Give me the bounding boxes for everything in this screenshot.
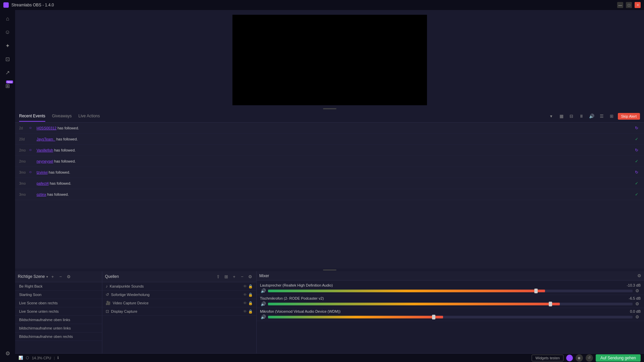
mixer-thumb[interactable] [432, 315, 435, 319]
widgets-test-button[interactable]: Widgets testen [532, 355, 564, 361]
scene-dropdown-arrow[interactable]: ▾ [46, 275, 48, 279]
event-action-btn[interactable]: ↻ [633, 147, 640, 154]
dropdown-btn[interactable]: ▾ [547, 112, 555, 120]
scene-item[interactable]: bildschirmaufnahme unten links [15, 324, 102, 333]
scene-item[interactable]: Bildschirmaufnahme oben rechts [15, 333, 102, 341]
sidebar-item-chart[interactable]: ↗ [2, 66, 14, 78]
mixer-bar[interactable] [268, 316, 633, 318]
grid2-view-btn[interactable]: ⊞ [608, 112, 616, 120]
scene-item[interactable]: Live Scene unten rechts [15, 307, 102, 316]
source-item[interactable]: ↺ Sofortige Wiederholung 👁 🔒 [102, 291, 256, 299]
event-action-btn[interactable]: ✓ [633, 180, 640, 187]
event-action: has followed. [48, 170, 70, 174]
new-badge: New [6, 80, 13, 83]
sidebar-item-house[interactable]: ⊡ [2, 53, 14, 65]
sidebar-item-face[interactable]: ☺ [2, 26, 14, 38]
close-button[interactable]: ✕ [635, 2, 641, 8]
event-time: 3mo [19, 182, 29, 185]
follow-icon: ○ [29, 192, 35, 197]
tab-recent-events[interactable]: Recent Events [19, 111, 45, 122]
source-visibility-btn[interactable]: 👁 [243, 309, 247, 314]
source-item[interactable]: ♪ Kanalpunkte Sounds 👁 🔒 [102, 282, 256, 291]
scene-item[interactable]: Live Scene oben rechts [15, 299, 102, 307]
event-action-btn[interactable]: ✓ [633, 136, 640, 142]
mixer-mute-btn[interactable]: 🔊 [260, 288, 267, 293]
event-user-link[interactable]: H0SS00312 [37, 126, 56, 130]
event-user-link[interactable]: JaysTeam_ [37, 137, 55, 141]
mixer-settings-btn[interactable]: ⚙ [634, 301, 641, 306]
window-controls[interactable]: — □ ✕ [617, 2, 641, 8]
event-row: 20d ○ JaysTeam_ has followed. ✓ [15, 134, 644, 145]
event-user-link[interactable]: pafect4 [37, 181, 49, 185]
preview-drag-handle[interactable] [15, 107, 644, 110]
tab-giveaways[interactable]: Giveaways [52, 111, 72, 122]
mixer-thumb[interactable] [549, 302, 552, 306]
event-action-btn[interactable]: ✓ [633, 191, 640, 198]
record-button[interactable]: ⏺ [576, 354, 583, 362]
move-source-up-button[interactable]: ⇧ [215, 273, 221, 280]
source-visibility-btn[interactable]: 👁 [243, 284, 247, 289]
event-action-btn[interactable]: ↻ [633, 125, 640, 131]
remove-source-button[interactable]: − [239, 273, 246, 280]
skip-alert-button[interactable]: Skip Alert [618, 113, 640, 120]
mixer-mute-btn[interactable]: 🔊 [260, 301, 267, 306]
graph-icon: 📊 [18, 356, 23, 360]
event-time: 3mo [19, 193, 29, 196]
grid-view-btn[interactable]: ▦ [557, 112, 566, 120]
sidebar-item-layout[interactable]: ⊞ New [2, 80, 14, 92]
maximize-button[interactable]: □ [626, 2, 632, 8]
scene-item[interactable]: Starting Soon [15, 291, 102, 299]
event-user-link[interactable]: oztinx [37, 192, 46, 196]
info-icon[interactable]: ℹ [57, 356, 59, 360]
mixer-bar[interactable] [268, 303, 633, 305]
go-live-button[interactable]: Auf Sendung gehen [596, 354, 641, 362]
follow-icon: ○ [29, 170, 35, 175]
bottom-drag-handle[interactable] [15, 268, 644, 271]
add-source-button[interactable]: + [231, 273, 237, 280]
source-name: Sofortige Wiederholung [111, 293, 241, 297]
list-view-btn[interactable]: ☰ [598, 112, 606, 120]
tab-live-actions[interactable]: Live Actions [78, 111, 100, 122]
scene-item[interactable]: Bildschirmaufnahme oben links [15, 316, 102, 324]
mixer-thumb[interactable] [534, 289, 538, 293]
event-action-btn[interactable]: ↻ [633, 169, 640, 176]
add-scene-button[interactable]: + [49, 273, 56, 280]
follow-icon: ○ [29, 159, 35, 164]
mixer-gear-icon[interactable]: ⚙ [637, 273, 641, 278]
sidebar-item-settings[interactable]: ⚙ [2, 347, 14, 359]
sidebar-item-tools[interactable]: ✦ [2, 40, 14, 52]
mixer-settings-btn[interactable]: ⚙ [634, 288, 641, 293]
source-item[interactable]: 🎥 Video Capture Device 👁 🔒 [102, 299, 256, 307]
preview-area [15, 10, 644, 107]
mixer-settings-btn[interactable]: ⚙ [634, 314, 641, 319]
scene-title: Richtige Szene ▾ [18, 274, 48, 279]
source-visibility-btn[interactable]: 👁 [243, 293, 247, 297]
pause-btn[interactable]: ⏸ [578, 112, 586, 120]
source-lock-btn[interactable]: 🔒 [248, 301, 253, 305]
source-item[interactable]: ⊡ Display Capture 👁 🔒 [102, 307, 256, 316]
source-lock-btn[interactable]: 🔒 [248, 293, 253, 297]
event-row: 3mo ○ pafect4 has followed. ✓ [15, 178, 644, 189]
sources-header: Quellen ⇧ ⊞ + − ⚙ [102, 271, 256, 282]
minimize-button[interactable]: — [617, 2, 623, 8]
mixer-mute-btn[interactable]: 🔊 [260, 314, 267, 319]
volume-btn[interactable]: 🔊 [588, 112, 596, 120]
event-action-btn[interactable]: ✓ [633, 158, 640, 165]
sidebar-item-home[interactable]: ⌂ [2, 13, 14, 25]
sources-settings-button[interactable]: ⚙ [247, 273, 254, 280]
settings-button[interactable]: ↺ [586, 354, 593, 362]
event-user-link[interactable]: tzvinivi [37, 170, 48, 174]
remove-scene-button[interactable]: − [57, 273, 64, 280]
event-user-link[interactable]: neyneysel [37, 159, 53, 163]
source-visibility-btn[interactable]: 👁 [243, 301, 247, 305]
event-user-link[interactable]: Vanillefish [37, 148, 53, 152]
filter-btn[interactable]: ⊟ [568, 112, 576, 120]
source-group-button[interactable]: ⊞ [223, 273, 229, 280]
mixer-bar[interactable] [268, 290, 633, 292]
scene-settings-button[interactable]: ⚙ [65, 273, 72, 280]
drag-handle-bar-2 [323, 269, 336, 270]
source-lock-btn[interactable]: 🔒 [248, 309, 253, 314]
scene-item[interactable]: Be Right Back [15, 282, 102, 291]
source-lock-btn[interactable]: 🔒 [248, 284, 253, 289]
sources-panel: Quellen ⇧ ⊞ + − ⚙ ♪ Kanalpunkte Sounds 👁… [102, 271, 257, 353]
